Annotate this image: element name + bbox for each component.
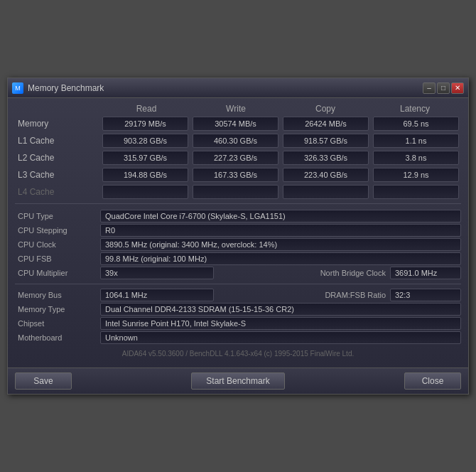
memory-type-value: Dual Channel DDR4-2133 SDRAM (15-15-15-3… (100, 303, 461, 316)
bench-cell-read: 315.97 GB/s (102, 151, 188, 165)
window-controls: – □ ✕ (423, 82, 464, 94)
bench-cell-write (193, 185, 278, 199)
start-benchmark-button[interactable]: Start Benchmark (191, 372, 284, 390)
col-header-copy: Copy (281, 104, 370, 114)
memory-bus-label: Memory Bus (15, 291, 100, 299)
main-window: M Memory Benchmark – □ ✕ Read Write Copy… (7, 77, 469, 395)
chipset-row: Chipset Intel Sunrise Point H170, Intel … (15, 317, 461, 330)
bench-cell-write: 167.33 GB/s (193, 168, 278, 182)
bench-cell-latency (373, 185, 459, 199)
bench-row-label: L2 Cache (15, 153, 100, 163)
motherboard-label: Motherboard (15, 333, 100, 342)
memory-type-row: Memory Type Dual Channel DDR4-2133 SDRAM… (15, 303, 461, 316)
minimize-button[interactable]: – (423, 82, 436, 94)
bench-row: L4 Cache (15, 185, 461, 199)
dram-fsb-value: 32:3 (390, 289, 461, 301)
col-header-latency: Latency (370, 104, 460, 114)
bench-cell-copy: 326.33 GB/s (283, 151, 369, 165)
bench-cell-latency: 12.9 ns (373, 168, 459, 182)
dram-fsb-label: DRAM:FSB Ratio (214, 291, 390, 299)
save-button[interactable]: Save (15, 372, 72, 390)
bench-cell-copy (283, 185, 369, 199)
cpu-type-value: QuadCore Intel Core i7-6700 (Skylake-S, … (100, 210, 461, 222)
cpu-multiplier-value: 39x (100, 267, 214, 279)
bench-cell-copy: 918.57 GB/s (283, 134, 369, 148)
app-icon: M (12, 82, 23, 94)
close-button[interactable]: Close (404, 372, 461, 390)
bench-cell-write: 460.30 GB/s (193, 134, 278, 148)
cpu-type-label: CPU Type (15, 212, 100, 220)
cpu-clock-label: CPU Clock (15, 240, 100, 249)
bench-cell-latency: 1.1 ns (373, 134, 459, 148)
bench-cell-write: 30574 MB/s (193, 117, 278, 131)
north-bridge-value: 3691.0 MHz (390, 267, 461, 279)
bench-cell-latency: 3.8 ns (373, 151, 459, 165)
chipset-value: Intel Sunrise Point H170, Intel Skylake-… (100, 317, 461, 330)
north-bridge-label: North Bridge Clock (214, 269, 390, 277)
motherboard-value: Unknown (100, 331, 461, 344)
cpu-multiplier-row: CPU Multiplier 39x North Bridge Clock 36… (15, 267, 461, 279)
bench-cell-read: 194.88 GB/s (102, 168, 188, 182)
motherboard-row: Motherboard Unknown (15, 331, 461, 344)
bench-cell-copy: 223.40 GB/s (283, 168, 369, 182)
cpu-clock-value: 3890.5 MHz (original: 3400 MHz, overcloc… (100, 238, 461, 251)
bench-row: L3 Cache194.88 GB/s167.33 GB/s223.40 GB/… (15, 168, 461, 182)
bench-row-label: Memory (15, 119, 100, 129)
bench-cell-read: 29179 MB/s (102, 117, 188, 131)
window-close-button[interactable]: ✕ (451, 82, 464, 94)
title-bar-left: M Memory Benchmark (12, 82, 104, 94)
bench-row-label: L1 Cache (15, 136, 100, 146)
title-bar: M Memory Benchmark – □ ✕ (8, 78, 468, 98)
cpu-clock-row: CPU Clock 3890.5 MHz (original: 3400 MHz… (15, 238, 461, 251)
bench-row: Memory29179 MB/s30574 MB/s26424 MB/s69.5… (15, 117, 461, 131)
bench-row: L1 Cache903.28 GB/s460.30 GB/s918.57 GB/… (15, 134, 461, 148)
bench-cell-copy: 26424 MB/s (283, 117, 369, 131)
bench-row-label: L4 Cache (15, 187, 100, 197)
cpu-fsb-value: 99.8 MHz (original: 100 MHz) (100, 252, 461, 265)
bench-cell-read: 903.28 GB/s (102, 134, 188, 148)
divider-1 (15, 203, 461, 204)
bench-cell-read (102, 185, 188, 199)
bench-row: L2 Cache315.97 GB/s227.23 GB/s326.33 GB/… (15, 151, 461, 165)
col-header-write: Write (191, 104, 281, 114)
window-title: Memory Benchmark (28, 83, 104, 93)
cpu-fsb-label: CPU FSB (15, 254, 100, 263)
cpu-multiplier-label: CPU Multiplier (15, 269, 100, 277)
memory-type-label: Memory Type (15, 305, 100, 313)
bench-row-label: L3 Cache (15, 170, 100, 180)
maximize-button[interactable]: □ (437, 82, 450, 94)
chipset-label: Chipset (15, 319, 100, 328)
cpu-stepping-value: R0 (100, 224, 461, 237)
cpu-type-row: CPU Type QuadCore Intel Core i7-6700 (Sk… (15, 210, 461, 222)
memory-bus-value: 1064.1 MHz (100, 289, 214, 301)
col-header-read: Read (102, 104, 191, 114)
divider-2 (15, 284, 461, 284)
cpu-stepping-label: CPU Stepping (15, 226, 100, 235)
memory-bus-row: Memory Bus 1064.1 MHz DRAM:FSB Ratio 32:… (15, 289, 461, 301)
info-section: CPU Type QuadCore Intel Core i7-6700 (Sk… (15, 208, 461, 347)
bench-cell-latency: 69.5 ns (373, 117, 459, 131)
bench-column-headers: Read Write Copy Latency (15, 104, 461, 114)
bench-cell-write: 227.23 GB/s (193, 151, 278, 165)
content-area: Read Write Copy Latency Memory29179 MB/s… (8, 98, 468, 368)
button-bar: Save Start Benchmark Close (8, 368, 468, 394)
cpu-fsb-row: CPU FSB 99.8 MHz (original: 100 MHz) (15, 252, 461, 265)
cpu-stepping-row: CPU Stepping R0 (15, 224, 461, 237)
bench-rows: Memory29179 MB/s30574 MB/s26424 MB/s69.5… (15, 117, 461, 199)
footer-text: AIDA64 v5.50.3600 / BenchDLL 4.1.643-x64… (15, 350, 461, 358)
